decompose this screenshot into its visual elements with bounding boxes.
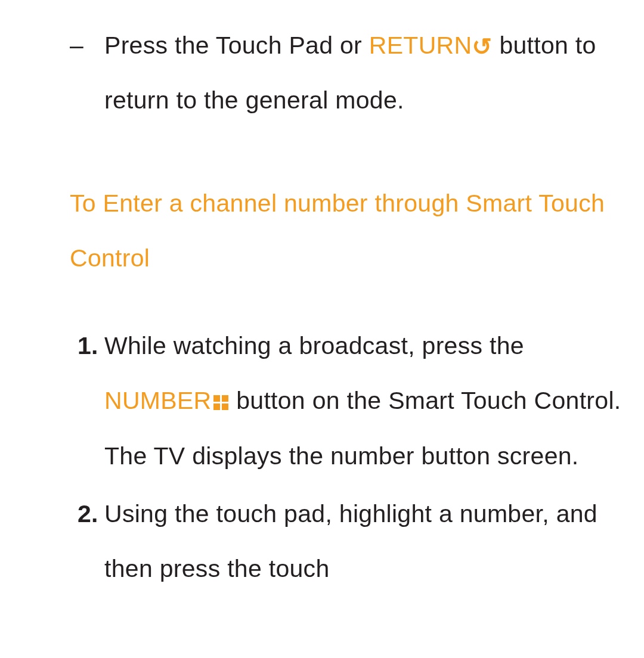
step-text-before: While watching a broadcast, press the [104, 332, 524, 359]
number-pad-icon [212, 394, 229, 411]
number-button-label: NUMBER [104, 387, 211, 414]
step-number: 2. [78, 486, 98, 541]
bullet-text-before: Press the Touch Pad or [104, 32, 369, 59]
dash-marker: – [70, 18, 83, 73]
ordered-list: 1. While watching a broadcast, press the… [0, 318, 632, 596]
section-heading: To Enter a channel number through Smart … [0, 176, 632, 286]
return-button-label: RETURN [369, 32, 472, 59]
return-icon: ↻ [472, 20, 492, 73]
sub-bullet-item: – Press the Touch Pad or RETURN↻ button … [0, 18, 632, 128]
step-text: Using the touch pad, highlight a number,… [104, 500, 597, 582]
step-number: 1. [78, 318, 98, 373]
list-item: 1. While watching a broadcast, press the… [104, 318, 632, 483]
list-item: 2. Using the touch pad, highlight a numb… [104, 486, 632, 597]
